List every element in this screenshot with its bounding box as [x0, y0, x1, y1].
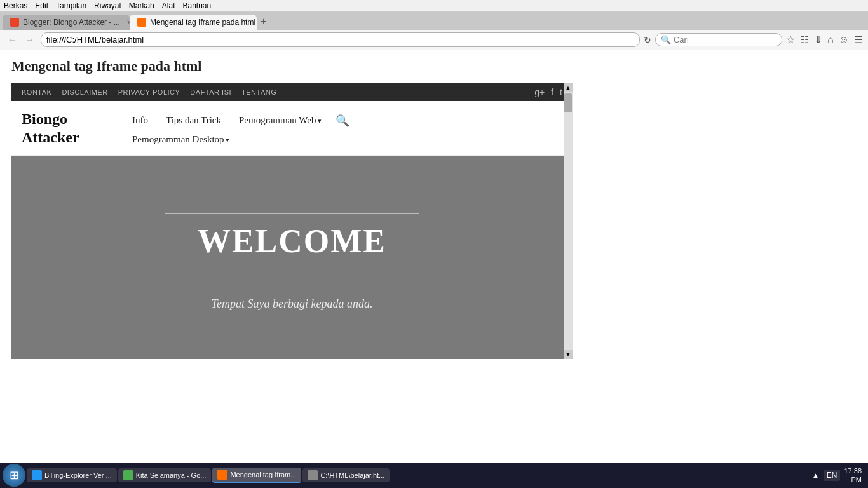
facebook-icon[interactable]: f	[551, 87, 553, 97]
nav-web[interactable]: Pemogramman Web	[230, 111, 330, 130]
forward-button[interactable]: →	[23, 34, 37, 46]
taskbar-favicon-kita	[123, 470, 133, 480]
iframe-container: KONTAK DISCLAIMER PRIVACY POLICY DAFTAR …	[11, 83, 573, 359]
blog-logo-line1: Biongo	[22, 111, 67, 127]
menu-edit[interactable]: Edit	[35, 1, 48, 10]
taskbar-system-icons: ▲	[811, 471, 820, 480]
menu-riwayat[interactable]: Riwayat	[94, 1, 121, 10]
google-plus-icon[interactable]: g+	[534, 87, 545, 97]
topnav-privacy[interactable]: PRIVACY POLICY	[118, 88, 180, 96]
hero-line-top	[165, 213, 419, 214]
iframe-content: KONTAK DISCLAIMER PRIVACY POLICY DAFTAR …	[11, 83, 573, 359]
search-bar: 🔍	[655, 33, 782, 46]
page-content: Mengenal tag Iframe pada html KONTAK DIS…	[0, 50, 868, 488]
hero-subtitle: Tempat Saya berbagi kepada anda.	[212, 297, 373, 311]
taskbar-network-icon: ▲	[811, 471, 820, 480]
search-input[interactable]	[674, 35, 776, 44]
start-button[interactable]: ⊞	[3, 464, 25, 487]
taskbar-lang: EN	[824, 470, 841, 481]
blog-hero: WELCOME Tempat Saya berbagi kepada anda.	[11, 156, 573, 359]
menu-markah[interactable]: Markah	[129, 1, 154, 10]
blog-nav-links: Info Tips dan Trick Pemogramman Web 🔍 Pe…	[123, 107, 562, 149]
blog-logo-line2: Attacker	[22, 129, 79, 146]
taskbar-billing[interactable]: Billing-Explorer Ver ...	[27, 468, 117, 482]
tab-bar: Blogger: Biongo Attacker - ... ✕ Mengena…	[0, 12, 868, 30]
search-icon: 🔍	[661, 35, 671, 44]
scrollbar-up[interactable]: ▲	[564, 83, 573, 92]
back-button[interactable]: ←	[5, 34, 19, 46]
account-icon[interactable]: ☺	[839, 34, 849, 46]
topnav-kontak[interactable]: KONTAK	[22, 88, 51, 96]
tab-blogger[interactable]: Blogger: Biongo Attacker - ... ✕	[3, 15, 130, 30]
taskbar-html[interactable]: C:\HTML\belajar.ht...	[302, 468, 390, 482]
topnav-daftar[interactable]: DAFTAR ISI	[190, 88, 231, 96]
url-input[interactable]	[41, 32, 640, 47]
taskbar-right: ▲ EN 17:38 PM	[811, 466, 865, 485]
win-menubar: Berkas Edit Tampilan Riwayat Markah Alat…	[0, 0, 868, 12]
hero-title: WELCOME	[198, 222, 386, 260]
taskbar-clock: 17:38 PM	[844, 466, 862, 485]
menu-tampilan[interactable]: Tampilan	[56, 1, 86, 10]
taskbar-favicon-iframe	[217, 470, 227, 480]
menu-bantuan[interactable]: Bantuan	[182, 1, 211, 10]
taskbar-iframe[interactable]: Mengenal tag Ifram...	[212, 468, 301, 483]
blog-topnav: KONTAK DISCLAIMER PRIVACY POLICY DAFTAR …	[11, 83, 573, 101]
topnav-tentang[interactable]: TENTANG	[241, 88, 276, 96]
taskbar-label-iframe: Mengenal tag Ifram...	[230, 471, 296, 478]
address-bar: ← → ↻ 🔍 ☆ ☷ ⇓ ⌂ ☺ ☰	[0, 30, 868, 50]
bookmark-icon[interactable]: ☆	[786, 34, 795, 46]
tab-label-blogger: Blogger: Biongo Attacker - ...	[23, 18, 120, 27]
taskbar-kita[interactable]: Kita Selamanya - Go...	[118, 468, 212, 482]
taskbar-label-billing: Billing-Explorer Ver ...	[44, 471, 112, 479]
download-icon[interactable]: ⇓	[814, 34, 822, 46]
reload-button[interactable]: ↻	[644, 35, 651, 45]
nav-tips[interactable]: Tips dan Trick	[157, 111, 230, 130]
blog-logo: Biongo Attacker	[22, 107, 123, 147]
scrollbar-thumb[interactable]	[564, 93, 572, 112]
blog-topnav-links: KONTAK DISCLAIMER PRIVACY POLICY DAFTAR …	[22, 88, 276, 96]
twitter-icon[interactable]: t	[560, 87, 562, 97]
topnav-disclaimer[interactable]: DISCLAIMER	[62, 88, 107, 96]
tab-favicon-iframe	[137, 18, 146, 27]
menu-alat[interactable]: Alat	[162, 1, 175, 10]
toolbar-icons: ☆ ☷ ⇓ ⌂ ☺ ☰	[786, 34, 863, 46]
nav-desktop[interactable]: Pemogramman Desktop	[123, 130, 238, 149]
tab-iframe[interactable]: Mengenal tag Iframe pada html ✕	[130, 15, 257, 30]
reader-icon[interactable]: ☷	[800, 34, 809, 46]
tab-label-iframe: Mengenal tag Iframe pada html	[150, 18, 255, 27]
new-tab-button[interactable]: +	[257, 16, 270, 30]
taskbar-time-period: PM	[844, 475, 862, 484]
taskbar-label-kita: Kita Selamanya - Go...	[136, 471, 207, 479]
page-title: Mengenal tag Iframe pada html	[11, 58, 857, 74]
taskbar: ⊞ Billing-Explorer Ver ... Kita Selamany…	[0, 463, 868, 488]
hero-line-bottom	[165, 269, 419, 269]
taskbar-favicon-billing	[32, 470, 42, 480]
blog-topnav-social: g+ f t	[534, 87, 562, 97]
iframe-scrollbar: ▲ ▼	[564, 83, 573, 359]
taskbar-time-value: 17:38	[844, 466, 862, 475]
taskbar-label-html: C:\HTML\belajar.ht...	[320, 471, 384, 479]
taskbar-favicon-html	[308, 470, 318, 480]
menu-berkas[interactable]: Berkas	[4, 1, 27, 10]
home-icon[interactable]: ⌂	[827, 34, 834, 46]
nav-info[interactable]: Info	[123, 111, 157, 130]
search-blog-icon[interactable]: 🔍	[330, 111, 355, 130]
tab-favicon-blogger	[10, 18, 19, 27]
scrollbar-down[interactable]: ▼	[564, 350, 573, 359]
menu-icon[interactable]: ☰	[854, 34, 863, 46]
blog-mainnav: Biongo Attacker Info Tips dan Trick Pemo…	[11, 101, 573, 156]
